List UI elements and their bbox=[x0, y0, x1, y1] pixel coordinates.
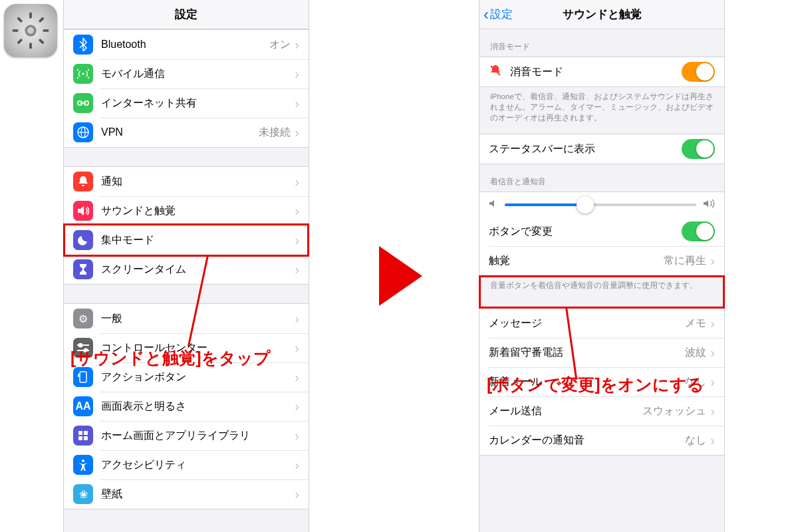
row-label: 通知 bbox=[101, 175, 295, 189]
chevron-left-icon: ‹ bbox=[483, 7, 489, 23]
row-wallpaper[interactable]: ❀ 壁紙 › bbox=[64, 479, 309, 509]
annotation-left: [サウンドと触覚]をタップ bbox=[70, 347, 271, 369]
bell-slash-icon bbox=[489, 64, 502, 80]
chevron-right-icon: › bbox=[295, 233, 299, 248]
action-icon bbox=[73, 367, 93, 387]
row-haptics[interactable]: 触覚 常に再生 › bbox=[479, 246, 724, 275]
phone-sounds-haptics: ‹ 設定 サウンドと触覚 消音モード 消音モード iPhoneで、着信音、通知音… bbox=[479, 0, 725, 532]
row-value: 常に再生 bbox=[664, 254, 706, 268]
svg-rect-9 bbox=[39, 39, 45, 45]
row-label: サウンドと触覚 bbox=[101, 204, 295, 218]
row-sent-mail[interactable]: メール送信 スウォッシュ › bbox=[479, 396, 724, 426]
row-home-screen[interactable]: ホーム画面とアプリライブラリ › bbox=[64, 421, 309, 450]
row-value: なし bbox=[685, 434, 706, 448]
group-connectivity: Bluetooth オン › モバイル通信 › インターネット共有 › VPN … bbox=[64, 29, 309, 148]
svg-point-26 bbox=[82, 460, 84, 462]
row-cellular[interactable]: モバイル通信 › bbox=[64, 59, 309, 88]
row-value: 未接続 bbox=[259, 126, 291, 140]
svg-rect-24 bbox=[78, 436, 82, 440]
chevron-right-icon: › bbox=[295, 125, 299, 140]
silent-mode-toggle[interactable] bbox=[682, 62, 715, 82]
chevron-right-icon: › bbox=[295, 311, 299, 327]
chevron-right-icon: › bbox=[295, 174, 299, 190]
row-value: スウォッシュ bbox=[642, 404, 706, 418]
row-sounds-haptics[interactable]: サウンドと触覚 › bbox=[64, 196, 309, 225]
volume-slider-row[interactable] bbox=[479, 192, 724, 217]
group-silent: 消音モード bbox=[479, 57, 724, 87]
svg-rect-22 bbox=[78, 431, 82, 435]
chevron-right-icon: › bbox=[710, 433, 715, 448]
back-label: 設定 bbox=[490, 7, 513, 22]
ringer-footer: 音量ボタンを着信音や通知音の音量調整に使用できます。 bbox=[479, 276, 724, 293]
row-label: メッセージ bbox=[489, 317, 685, 331]
svg-rect-23 bbox=[84, 431, 88, 435]
chevron-right-icon: › bbox=[295, 458, 299, 473]
gear-icon: ⚙ bbox=[73, 309, 93, 329]
volume-low-icon bbox=[489, 199, 498, 210]
row-vpn[interactable]: VPN 未接続 › bbox=[64, 118, 309, 147]
svg-point-1 bbox=[27, 27, 34, 34]
row-display[interactable]: AA 画面表示と明るさ › bbox=[64, 392, 309, 421]
row-label: アクセシビリティ bbox=[101, 458, 295, 472]
svg-rect-6 bbox=[39, 17, 45, 23]
change-with-buttons-toggle[interactable] bbox=[682, 221, 715, 241]
page-title: 設定 bbox=[175, 7, 198, 22]
svg-rect-21 bbox=[78, 374, 79, 377]
svg-rect-25 bbox=[84, 436, 88, 440]
row-general[interactable]: ⚙ 一般 › bbox=[64, 304, 309, 333]
row-accessibility[interactable]: アクセシビリティ › bbox=[64, 450, 309, 479]
speaker-icon bbox=[73, 201, 93, 221]
row-label: 新着留守番電話 bbox=[489, 346, 685, 360]
row-label: 画面表示と明るさ bbox=[101, 400, 295, 414]
row-label: 一般 bbox=[101, 312, 295, 326]
section-header-silent: 消音モード bbox=[479, 29, 724, 57]
group-statusbar: ステータスバーに表示 bbox=[479, 134, 724, 164]
moon-icon bbox=[73, 230, 93, 250]
row-label: インターネット共有 bbox=[101, 96, 295, 110]
row-label: ステータスバーに表示 bbox=[489, 142, 682, 156]
chevron-right-icon: › bbox=[710, 253, 715, 269]
row-label: 壁紙 bbox=[101, 487, 295, 501]
chevron-right-icon: › bbox=[295, 262, 299, 277]
row-calendar-alert[interactable]: カレンダーの通知音 なし › bbox=[479, 426, 724, 455]
row-silent-mode[interactable]: 消音モード bbox=[479, 57, 724, 86]
chevron-right-icon: › bbox=[295, 203, 299, 219]
svg-rect-3 bbox=[29, 43, 32, 49]
chevron-right-icon: › bbox=[295, 399, 299, 414]
section-header-ringer: 着信音と通知音 bbox=[479, 164, 724, 192]
chevron-right-icon: › bbox=[295, 66, 299, 82]
row-focus[interactable]: 集中モード › bbox=[64, 225, 309, 255]
row-value: メモ bbox=[685, 317, 706, 331]
row-message[interactable]: メッセージ メモ › bbox=[479, 309, 724, 338]
row-hotspot[interactable]: インターネット共有 › bbox=[64, 88, 309, 118]
row-label: 消音モード bbox=[510, 65, 682, 79]
svg-rect-5 bbox=[43, 29, 49, 32]
phone-settings-main: 設定 Bluetooth オン › モバイル通信 › インターネット共有 › bbox=[63, 0, 309, 532]
hourglass-icon bbox=[73, 259, 93, 279]
volume-slider[interactable] bbox=[505, 203, 696, 206]
vpn-icon bbox=[73, 122, 93, 142]
row-label: 集中モード bbox=[101, 233, 295, 247]
back-button[interactable]: ‹ 設定 bbox=[483, 7, 513, 23]
page-title: サウンドと触覚 bbox=[563, 7, 642, 22]
svg-rect-7 bbox=[17, 39, 23, 45]
row-bluetooth[interactable]: Bluetooth オン › bbox=[64, 30, 309, 59]
row-voicemail[interactable]: 新着留守番電話 波紋 › bbox=[479, 338, 724, 367]
row-screen-time[interactable]: スクリーンタイム › bbox=[64, 255, 309, 284]
svg-rect-20 bbox=[80, 372, 86, 382]
settings-app-icon bbox=[4, 4, 57, 57]
chevron-right-icon: › bbox=[295, 487, 299, 502]
row-label: 触覚 bbox=[489, 254, 664, 268]
row-label: メール送信 bbox=[489, 404, 642, 418]
chevron-right-icon: › bbox=[295, 370, 299, 385]
row-change-with-buttons[interactable]: ボタンで変更 bbox=[479, 217, 724, 246]
silent-footer: iPhoneで、着信音、通知音、およびシステムサウンドは再生されません。アラーム… bbox=[479, 87, 724, 126]
svg-rect-4 bbox=[13, 29, 19, 32]
row-label: Bluetooth bbox=[101, 39, 269, 51]
row-statusbar[interactable]: ステータスバーに表示 bbox=[479, 134, 724, 164]
statusbar-toggle[interactable] bbox=[682, 139, 715, 159]
svg-point-17 bbox=[79, 344, 82, 347]
row-notifications[interactable]: 通知 › bbox=[64, 167, 309, 196]
group-general: ⚙ 一般 › コントロールセンター › アクションボタン › AA 画面表示と明… bbox=[64, 303, 309, 509]
text-size-icon: AA bbox=[73, 396, 93, 416]
